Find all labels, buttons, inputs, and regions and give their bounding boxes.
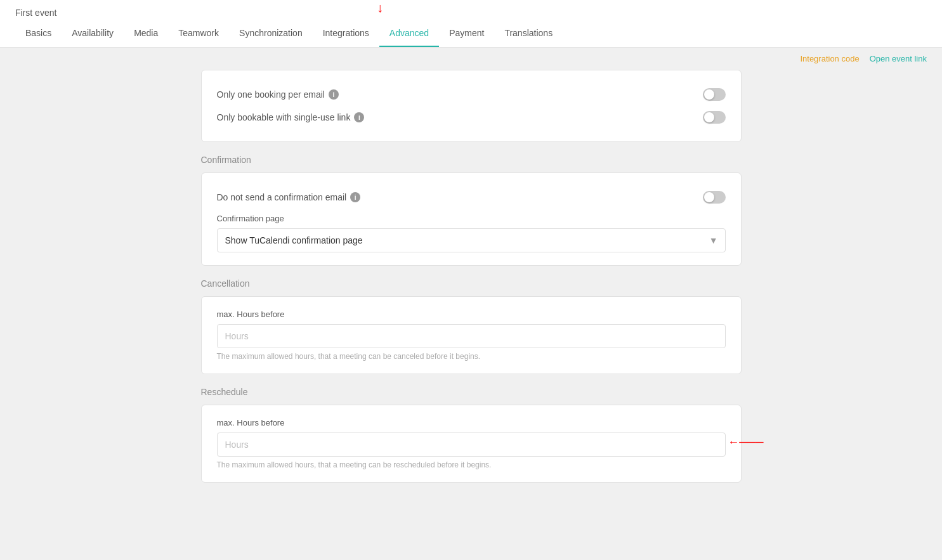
tab-availability[interactable]: Availability xyxy=(62,20,124,47)
confirmation-page-field: Confirmation page Show TuCalendi confirm… xyxy=(217,214,726,252)
tab-translations[interactable]: Translations xyxy=(494,20,563,47)
integration-code-link[interactable]: Integration code xyxy=(800,54,859,63)
cancellation-section-card: max. Hours before The maximum allowed ho… xyxy=(201,296,742,374)
only-one-booking-info-icon[interactable]: i xyxy=(329,89,339,100)
nav-tabs: Basics Availability Media Teamwork Synch… xyxy=(15,20,927,47)
tab-synchronization[interactable]: Synchronization xyxy=(229,20,313,47)
arrow-right-indicator: ←─── xyxy=(728,436,763,449)
cancellation-hours-input[interactable] xyxy=(217,324,726,348)
arrow-down-indicator: ↓ xyxy=(377,1,383,14)
confirmation-page-dropdown-wrapper: Show TuCalendi confirmation page Redirec… xyxy=(217,228,726,252)
only-one-booking-row: Only one booking per email i xyxy=(217,83,726,106)
reschedule-hours-input[interactable] xyxy=(217,433,726,457)
confirmation-section-wrapper: Confirmation Do not send a confirmation … xyxy=(201,155,742,266)
reschedule-section-card: max. Hours before ←─── The maximum allow… xyxy=(201,405,742,483)
do-not-send-label: Do not send a confirmation email i xyxy=(217,192,361,202)
only-bookable-info-icon[interactable]: i xyxy=(354,112,364,122)
page-title: First event xyxy=(15,0,927,18)
tab-basics[interactable]: Basics xyxy=(15,20,62,47)
tab-media[interactable]: Media xyxy=(124,20,168,47)
open-event-link[interactable]: Open event link xyxy=(870,54,927,63)
reschedule-max-hours-label: max. Hours before xyxy=(217,418,726,427)
confirmation-page-label: Confirmation page xyxy=(217,214,726,223)
tab-integrations[interactable]: Integrations xyxy=(313,20,379,47)
confirmation-page-select[interactable]: Show TuCalendi confirmation page Redirec… xyxy=(217,228,726,252)
header: First event ↓ Basics Availability Media … xyxy=(0,0,942,48)
confirmation-section-card: Do not send a confirmation email i Confi… xyxy=(201,173,742,266)
cancellation-section-label: Cancellation xyxy=(201,278,742,289)
cancellation-hint: The maximum allowed hours, that a meetin… xyxy=(217,352,726,361)
reschedule-section-wrapper: Reschedule max. Hours before ←─── The ma… xyxy=(201,387,742,483)
reschedule-input-row: ←─── xyxy=(217,427,726,457)
only-bookable-toggle[interactable] xyxy=(703,111,726,124)
booking-section-card: Only one booking per email i Only bookab… xyxy=(201,70,742,142)
main-content: Only one booking per email i Only bookab… xyxy=(186,70,757,511)
only-bookable-row: Only bookable with single-use link i xyxy=(217,106,726,129)
only-one-booking-toggle[interactable] xyxy=(703,88,726,101)
cancellation-max-hours-label: max. Hours before xyxy=(217,309,726,319)
toolbar-row: Integration code Open event link xyxy=(0,48,942,70)
do-not-send-info-icon[interactable]: i xyxy=(350,192,360,202)
do-not-send-row: Do not send a confirmation email i xyxy=(217,186,726,209)
reschedule-hint: The maximum allowed hours, that a meetin… xyxy=(217,460,726,469)
tab-payment[interactable]: Payment xyxy=(439,20,494,47)
only-bookable-label: Only bookable with single-use link i xyxy=(217,112,365,122)
tab-advanced[interactable]: Advanced xyxy=(379,20,439,47)
reschedule-section-label: Reschedule xyxy=(201,387,742,397)
tab-teamwork[interactable]: Teamwork xyxy=(168,20,229,47)
confirmation-section-label: Confirmation xyxy=(201,155,742,165)
do-not-send-toggle[interactable] xyxy=(703,191,726,204)
only-one-booking-label: Only one booking per email i xyxy=(217,89,339,100)
booking-section-wrapper: Only one booking per email i Only bookab… xyxy=(201,70,742,142)
cancellation-section-wrapper: Cancellation max. Hours before The maxim… xyxy=(201,278,742,374)
